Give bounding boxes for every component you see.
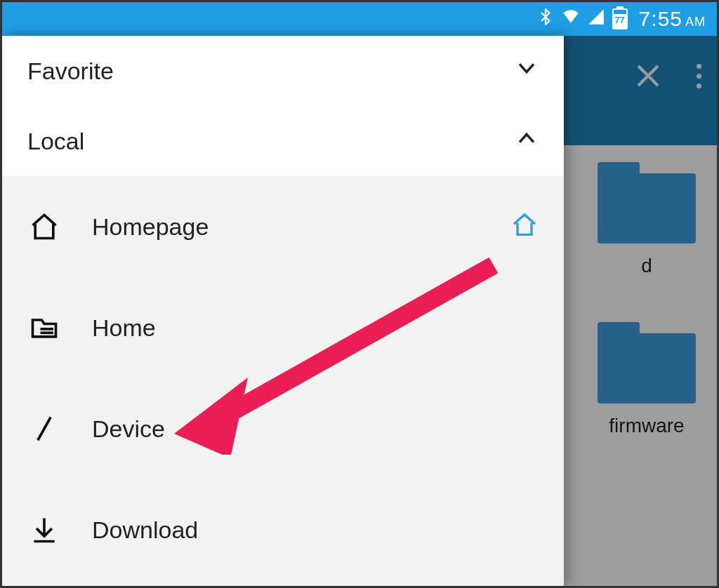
drawer-item-label: Home	[92, 314, 156, 342]
battery-icon: 77	[612, 8, 628, 29]
drawer-item-download[interactable]: Download	[2, 479, 564, 580]
chevron-down-icon	[515, 56, 539, 86]
download-icon	[27, 513, 61, 547]
house-icon	[27, 210, 61, 243]
wifi-icon	[562, 8, 580, 30]
navigation-drawer: Favorite Local Homepage Home	[2, 36, 564, 586]
home-marker-icon	[510, 211, 539, 242]
folder-list-icon	[27, 311, 61, 345]
bluetooth-icon	[536, 8, 555, 30]
drawer-item-label: Device	[92, 415, 165, 443]
drawer-item-home[interactable]: Home	[2, 277, 564, 378]
section-title: Favorite	[27, 58, 114, 85]
battery-percent: 77	[614, 15, 624, 25]
chevron-up-icon	[515, 126, 539, 156]
section-favorite[interactable]: Favorite	[2, 36, 564, 106]
drawer-item-device[interactable]: Device	[2, 378, 564, 479]
status-clock: 7:55 AM	[639, 7, 706, 31]
local-items-list: Homepage Home Device Download	[2, 176, 564, 586]
cellular-icon	[587, 8, 605, 30]
section-local[interactable]: Local	[2, 106, 564, 176]
slash-icon	[27, 412, 61, 446]
status-bar: 77 7:55 AM	[2, 2, 717, 36]
section-title: Local	[27, 128, 84, 155]
drawer-item-label: Download	[92, 516, 198, 544]
drawer-item-homepage[interactable]: Homepage	[2, 176, 564, 277]
drawer-item-label: Homepage	[92, 213, 209, 241]
